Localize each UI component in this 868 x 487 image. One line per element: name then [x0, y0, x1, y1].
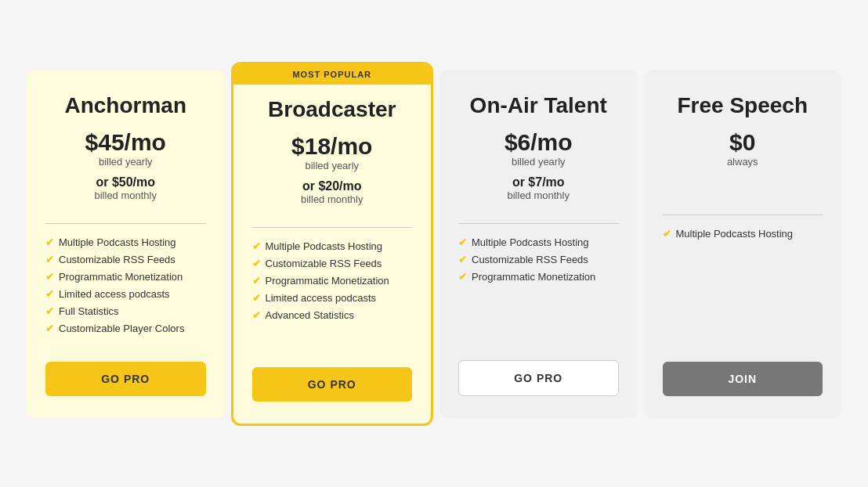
check-icon: ✔ [458, 254, 467, 265]
plan-name: Anchorman [45, 93, 206, 118]
cta-button[interactable]: GO PRO [252, 367, 413, 402]
cta-button[interactable]: JOIN [663, 362, 823, 396]
feature-text: Advanced Statistics [266, 309, 354, 321]
plan-billing-monthly: billed monthly [458, 189, 619, 201]
feature-text: Multiple Podcasts Hosting [472, 236, 589, 248]
feature-item: ✔Programmatic Monetization [458, 271, 619, 283]
feature-text: Customizable Player Colors [59, 323, 184, 334]
feature-item: ✔Multiple Podcasts Hosting [252, 240, 413, 252]
check-icon: ✔ [45, 323, 54, 334]
plan-card-free-speech: Free Speech$0always✔Multiple Podcasts Ho… [644, 70, 842, 418]
plan-billing-yearly: billed yearly [45, 156, 206, 168]
check-icon: ✔ [45, 271, 54, 283]
plan-price-main: $6/mo [458, 129, 619, 156]
feature-item: ✔Customizable Player Colors [45, 323, 206, 334]
check-icon: ✔ [663, 228, 671, 240]
feature-text: Programmatic Monetization [59, 271, 183, 283]
check-icon: ✔ [252, 309, 261, 321]
feature-text: Limited access podcasts [266, 292, 377, 304]
plan-price-main: $45/mo [45, 129, 206, 156]
plan-card-anchorman: Anchorman$45/mobilled yearlyor $50/mobil… [27, 70, 225, 418]
plan-card-broadcaster: MOST POPULARBroadcaster$18/mobilled year… [231, 62, 434, 426]
feature-text: Multiple Podcasts Hosting [59, 236, 176, 248]
feature-item: ✔Programmatic Monetization [252, 275, 413, 287]
feature-item: ✔Limited access podcasts [45, 288, 206, 300]
check-icon: ✔ [45, 288, 54, 300]
plan-billing-yearly: billed yearly [458, 156, 619, 168]
feature-text: Multiple Podcasts Hosting [266, 240, 383, 252]
feature-item: ✔Customizable RSS Feeds [458, 254, 619, 265]
features-list: ✔Multiple Podcasts Hosting✔Customizable … [252, 240, 413, 345]
plan-billing-monthly: billed monthly [252, 193, 413, 205]
feature-item: ✔Limited access podcasts [252, 292, 413, 304]
plan-price-alt: or $20/mo [252, 179, 413, 193]
feature-item: ✔Multiple Podcasts Hosting [663, 228, 823, 240]
divider [252, 227, 413, 228]
plan-price-main: $18/mo [252, 133, 413, 160]
features-list: ✔Multiple Podcasts Hosting✔Customizable … [45, 236, 206, 340]
feature-text: Multiple Podcasts Hosting [676, 228, 794, 240]
plan-name: Broadcaster [252, 97, 413, 122]
feature-item: ✔Multiple Podcasts Hosting [458, 236, 619, 248]
feature-text: Customizable RSS Feeds [266, 258, 382, 269]
check-icon: ✔ [458, 271, 467, 283]
check-icon: ✔ [45, 254, 54, 265]
plan-billing-yearly: billed yearly [252, 160, 413, 171]
feature-text: Programmatic Monetization [472, 271, 595, 283]
divider [458, 223, 619, 224]
plan-price-alt: or $50/mo [45, 175, 206, 189]
divider [663, 215, 823, 215]
feature-text: Programmatic Monetization [266, 275, 389, 287]
cta-button[interactable]: GO PRO [458, 360, 619, 396]
plan-price-main: $0 [663, 129, 823, 156]
features-list: ✔Multiple Podcasts Hosting✔Customizable … [458, 236, 619, 338]
feature-text: Full Statistics [59, 305, 119, 317]
plan-billing-yearly: always [663, 156, 823, 168]
feature-item: ✔Multiple Podcasts Hosting [45, 236, 206, 248]
feature-item: ✔Programmatic Monetization [45, 271, 206, 283]
cta-button[interactable]: GO PRO [45, 362, 206, 396]
check-icon: ✔ [252, 240, 261, 252]
check-icon: ✔ [45, 305, 54, 317]
plan-name: On-Air Talent [458, 93, 619, 118]
check-icon: ✔ [252, 275, 261, 287]
feature-text: Customizable RSS Feeds [59, 254, 175, 265]
features-list: ✔Multiple Podcasts Hosting [663, 228, 823, 340]
check-icon: ✔ [252, 292, 261, 304]
feature-text: Customizable RSS Feeds [472, 254, 588, 265]
check-icon: ✔ [45, 236, 54, 248]
plan-price-alt: or $7/mo [458, 175, 619, 189]
divider [45, 223, 206, 224]
feature-text: Limited access podcasts [59, 288, 170, 300]
check-icon: ✔ [252, 258, 261, 269]
most-popular-badge: MOST POPULAR [233, 64, 432, 85]
feature-item: ✔Advanced Statistics [252, 309, 413, 321]
plan-card-on-air-talent: On-Air Talent$6/mobilled yearlyor $7/mob… [439, 70, 638, 418]
feature-item: ✔Customizable RSS Feeds [45, 254, 206, 265]
feature-item: ✔Full Statistics [45, 305, 206, 317]
plan-name: Free Speech [663, 93, 823, 118]
pricing-container: Anchorman$45/mobilled yearlyor $50/mobil… [11, 38, 857, 449]
feature-item: ✔Customizable RSS Feeds [252, 258, 413, 269]
check-icon: ✔ [458, 236, 467, 248]
plan-billing-monthly: billed monthly [45, 189, 206, 201]
